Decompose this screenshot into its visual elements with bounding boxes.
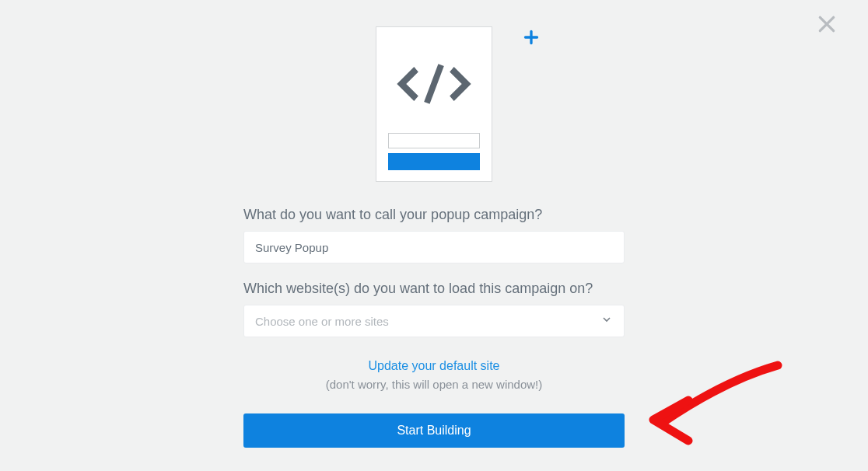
form-area: What do you want to call your popup camp… [243, 207, 625, 448]
campaign-name-label: What do you want to call your popup camp… [243, 207, 625, 223]
plus-icon [523, 30, 539, 45]
preview-input-placeholder [388, 133, 480, 148]
website-select[interactable]: Choose one or more sites [243, 305, 625, 337]
start-building-button[interactable]: Start Building [243, 413, 625, 448]
code-icon [391, 61, 477, 107]
update-default-site-link[interactable]: Update your default site [369, 359, 500, 373]
code-icon-area [387, 35, 481, 133]
website-select-label: Which website(s) do you want to load thi… [243, 281, 625, 297]
close-button[interactable] [817, 14, 837, 37]
preview-button-placeholder [388, 153, 480, 170]
template-preview-wrap [376, 26, 492, 182]
annotation-arrow [646, 354, 801, 466]
default-site-row: Update your default site (don't worry, t… [243, 359, 625, 392]
add-template-button[interactable] [523, 30, 539, 48]
template-preview [376, 26, 492, 182]
website-select-placeholder: Choose one or more sites [255, 315, 600, 328]
chevron-down-icon [600, 313, 613, 329]
create-campaign-form: What do you want to call your popup camp… [243, 0, 625, 448]
close-icon [817, 14, 837, 34]
campaign-name-input[interactable] [243, 231, 625, 263]
update-default-site-hint: (don't worry, this will open a new windo… [326, 378, 543, 391]
